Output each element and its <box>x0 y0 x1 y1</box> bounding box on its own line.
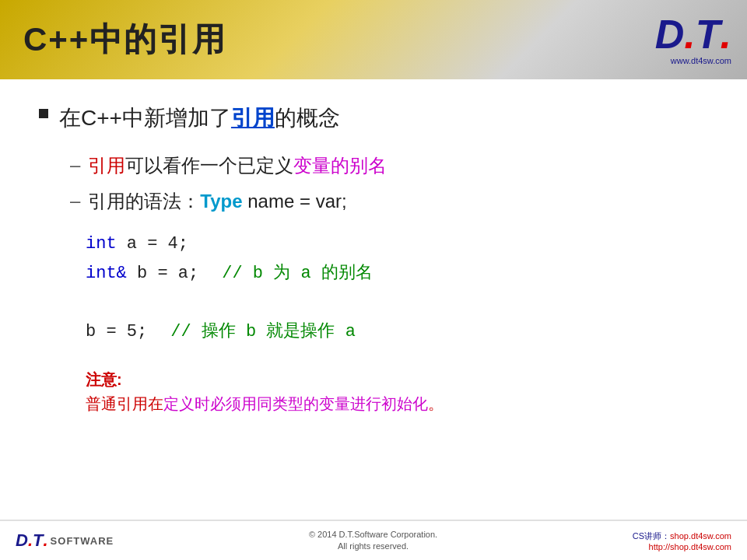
main-bullet-text: 在C++中新增加了引用的概念 <box>59 103 340 133</box>
note-end: 。 <box>428 395 444 412</box>
code-line-3: b = 5; // 操作 b 就是操作 a <box>86 317 708 346</box>
code-line-blank <box>86 288 708 317</box>
code-plain-2: b = a; <box>127 264 198 283</box>
sub1-magenta: 变量的别名 <box>293 155 387 176</box>
code-line2-left: int& b = a; <box>86 259 198 288</box>
note-text: 普通引用在定义时必须用同类型的变量进行初始化。 <box>86 394 708 415</box>
footer-logo: D . T . SOFTWARE <box>16 530 114 551</box>
footer-copyright-line2: All rights reserved. <box>309 541 437 552</box>
code-line-2: int& b = a; // b 为 a 的别名 <box>86 259 708 288</box>
footer-right-url: http://shop.dt4sw.com <box>633 542 731 551</box>
footer-copyright-line1: © 2014 D.T.Software Corporation. <box>309 529 437 541</box>
footer-logo-software: SOFTWARE <box>51 535 114 547</box>
logo-d: D <box>655 14 685 54</box>
sub2-plain-start: 引用的语法： <box>88 191 200 212</box>
code-block: int a = 4; int& b = a; // b 为 a 的别名 b = … <box>86 229 708 346</box>
logo-area: D . T . www.dt4sw.com <box>655 14 731 65</box>
sub-bullet-1: – 引用可以看作一个已定义变量的别名 <box>70 152 708 179</box>
main-bullet: 在C++中新增加了引用的概念 <box>39 103 708 133</box>
code-keyword-int-ref: int& <box>86 264 127 283</box>
footer-right: CS讲师：shop.dt4sw.com http://shop.dt4sw.co… <box>633 530 731 551</box>
note-section: 注意: 普通引用在定义时必须用同类型的变量进行初始化。 <box>86 369 708 415</box>
logo-dot1: . <box>684 14 695 54</box>
sub2-cyan: Type <box>200 191 247 212</box>
slide: C++中的引用 D . T . www.dt4sw.com 在C++中新增加了引… <box>0 0 747 560</box>
code-comment-1: // b 为 a 的别名 <box>222 259 373 288</box>
header: C++中的引用 D . T . www.dt4sw.com <box>0 0 747 79</box>
footer: D . T . SOFTWARE © 2014 D.T.Software Cor… <box>0 520 747 560</box>
main-text-part1: 在C++中新增加了 <box>59 106 231 130</box>
footer-logo-t: T <box>33 530 43 551</box>
sub-text-2: 引用的语法：Type name = var; <box>88 188 346 215</box>
slide-title: C++中的引用 <box>23 18 226 61</box>
logo-dot2: . <box>721 14 731 54</box>
sub-dash-1: – <box>70 154 80 176</box>
code-line1: int a = 4; <box>86 229 188 258</box>
note-label: 注意: <box>86 369 708 390</box>
footer-logo-dot2: . <box>43 530 47 551</box>
footer-copyright: © 2014 D.T.Software Corporation. All rig… <box>309 529 437 553</box>
code-line-1: int a = 4; <box>86 229 708 258</box>
code-plain-1: a = 4; <box>117 234 188 254</box>
bullet-square-icon <box>39 109 48 118</box>
sub-text-1: 引用可以看作一个已定义变量的别名 <box>88 152 387 179</box>
main-text-highlight: 引用 <box>231 106 275 130</box>
note-plain1: 普通引用在 <box>86 395 163 412</box>
sub-bullet-2: – 引用的语法：Type name = var; <box>70 188 708 215</box>
note-highlight: 定义时必须用同类型的变量进行初始化 <box>163 395 428 412</box>
footer-logo-d: D <box>16 530 28 551</box>
logo-url: www.dt4sw.com <box>671 56 731 65</box>
footer-shop-url1: shop.dt4sw.com <box>670 531 731 541</box>
code-comment-2: // 操作 b 就是操作 a <box>170 317 356 346</box>
footer-right-line1: CS讲师：shop.dt4sw.com <box>633 530 731 542</box>
sub1-plain1: 可以看作一个已定义 <box>125 155 293 176</box>
sub2-plain-end: name = var; <box>247 191 346 212</box>
sub1-red: 引用 <box>88 155 125 176</box>
footer-cs-text: CS讲师： <box>633 531 670 541</box>
content-area: 在C++中新增加了引用的概念 – 引用可以看作一个已定义变量的别名 – 引用的语… <box>0 79 747 520</box>
code-keyword-int: int <box>86 234 117 254</box>
code-plain-3: b = 5; <box>86 317 147 346</box>
main-text-part2: 的概念 <box>275 106 340 130</box>
logo-graphic: D . T . <box>655 14 731 54</box>
sub-bullets: – 引用可以看作一个已定义变量的别名 – 引用的语法：Type name = v… <box>70 152 708 214</box>
sub-dash-2: – <box>70 190 80 212</box>
logo-t: T <box>696 14 721 54</box>
